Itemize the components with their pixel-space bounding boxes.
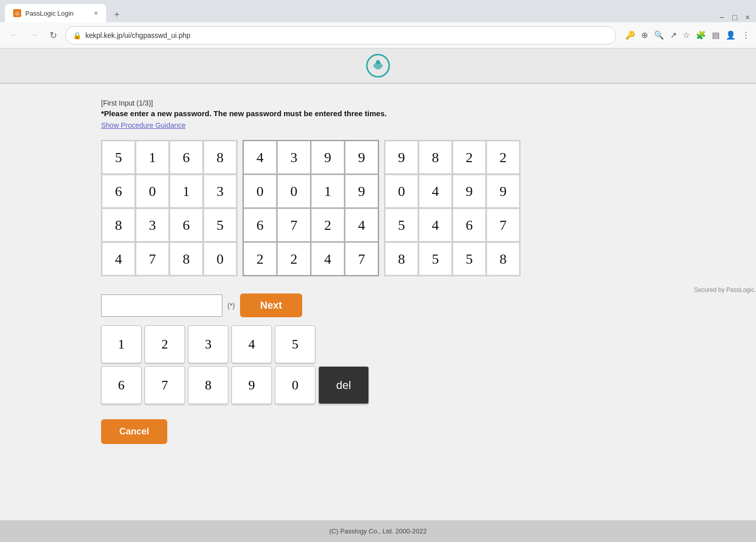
footer-text: (C) Passlogy Co., Ltd. 2000-2022 [329, 527, 427, 535]
step-label: [First Input (1/3)] [101, 99, 756, 107]
grid-cell[interactable]: 9 [487, 175, 519, 208]
grid-cell[interactable]: 2 [487, 141, 519, 174]
share-icon[interactable]: ↗ [670, 30, 677, 40]
grid-cell[interactable]: 6 [170, 209, 203, 241]
grid-cell[interactable]: 6 [102, 175, 135, 208]
page-footer: (C) Passlogy Co., Ltd. 2000-2022 [0, 520, 756, 542]
translate-icon[interactable]: ⊕ [641, 30, 648, 40]
grid-cell[interactable]: 8 [385, 242, 418, 275]
grid-cell[interactable]: 4 [419, 175, 452, 208]
tab-close-button[interactable]: × [94, 9, 98, 17]
grid-cell[interactable]: 9 [385, 141, 418, 174]
zoom-icon[interactable]: 🔍 [654, 30, 664, 40]
numpad-row-1: 12345 [101, 325, 756, 363]
grid-cell[interactable]: 5 [102, 141, 135, 174]
grid-cell[interactable]: 3 [136, 209, 169, 241]
active-tab[interactable]: PassLogic Login × [5, 4, 106, 22]
input-row: (*) Next [101, 293, 756, 317]
grid-cell[interactable]: 6 [453, 209, 486, 241]
grid-cell[interactable]: 2 [311, 209, 344, 241]
profile-icon[interactable]: 👤 [726, 30, 736, 40]
grid-cell[interactable]: 0 [385, 175, 418, 208]
numpad-key-7[interactable]: 7 [145, 366, 185, 404]
grid-cell[interactable]: 6 [170, 141, 203, 174]
grid-cell[interactable]: 9 [453, 175, 486, 208]
tab-title: PassLogic Login [25, 10, 90, 17]
close-icon[interactable]: × [745, 13, 750, 22]
grid-cell[interactable]: 8 [102, 209, 135, 241]
numpad-delete-button[interactable]: del [318, 366, 369, 404]
numpad-key-9[interactable]: 9 [231, 366, 272, 404]
required-mark: (*) [227, 302, 235, 310]
lock-icon: 🔒 [73, 31, 81, 39]
procedure-guidance-link[interactable]: Show Procedure Guidance [101, 121, 185, 129]
grid-cell[interactable]: 4 [419, 209, 452, 241]
back-button[interactable]: ← [6, 28, 21, 42]
menu-icon[interactable]: ⋮ [742, 30, 750, 40]
numpad-key-2[interactable]: 2 [145, 325, 185, 363]
grid-cell[interactable]: 7 [487, 209, 519, 241]
grid-cell[interactable]: 7 [345, 242, 378, 275]
grid-section-3: 9822049954678558 [384, 140, 521, 276]
grid-cell[interactable]: 7 [136, 242, 169, 275]
grid-cell[interactable]: 4 [345, 209, 378, 241]
numpad-row-2: 67890del [101, 366, 756, 404]
grid-cell[interactable]: 2 [453, 141, 486, 174]
numpad-key-4[interactable]: 4 [231, 325, 272, 363]
grid-cell[interactable]: 1 [136, 141, 169, 174]
grid-cell[interactable]: 5 [453, 242, 486, 275]
grid-cell[interactable]: 8 [204, 141, 237, 174]
forward-button[interactable]: → [26, 28, 41, 42]
grid-cell[interactable]: 1 [311, 175, 344, 208]
bookmark-icon[interactable]: ☆ [683, 30, 690, 40]
password-input[interactable] [101, 294, 222, 317]
grid-cell[interactable]: 0 [204, 242, 237, 275]
minimize-icon[interactable]: − [720, 13, 724, 22]
grid-cell[interactable]: 6 [244, 209, 276, 241]
grid-cell[interactable]: 8 [170, 242, 203, 275]
window-controls: − □ × [720, 13, 756, 22]
grid-cell[interactable]: 0 [244, 175, 276, 208]
grid-cell[interactable]: 5 [204, 209, 237, 241]
numpad-key-0[interactable]: 0 [275, 366, 315, 404]
grid-cell[interactable]: 3 [204, 175, 237, 208]
grid-cell[interactable]: 0 [277, 175, 310, 208]
address-bar[interactable]: 🔒 kekpl.kek.jp/ui/chgpasswd_ui.php [65, 26, 616, 44]
grid-cell[interactable]: 3 [277, 141, 310, 174]
grid-cell[interactable]: 5 [419, 242, 452, 275]
next-button[interactable]: Next [240, 293, 302, 317]
key-icon[interactable]: 🔑 [625, 30, 635, 40]
grid-cell[interactable]: 5 [385, 209, 418, 241]
cancel-button[interactable]: Cancel [101, 419, 167, 444]
grid-cell[interactable]: 9 [345, 141, 378, 174]
numpad: 12345 67890del [101, 325, 756, 404]
grid-cell[interactable]: 4 [102, 242, 135, 275]
page-header [0, 48, 756, 84]
reload-button[interactable]: ↻ [46, 28, 60, 43]
numpad-key-5[interactable]: 5 [275, 325, 315, 363]
grid-section-2: 4399001967242247 [243, 140, 379, 276]
tab-favicon [13, 9, 21, 17]
grid-cell[interactable]: 8 [487, 242, 519, 275]
numpad-key-6[interactable]: 6 [101, 366, 141, 404]
numpad-key-3[interactable]: 3 [188, 325, 228, 363]
grid-cell[interactable]: 0 [136, 175, 169, 208]
sidebar-icon[interactable]: ▤ [712, 30, 720, 40]
grid-cell[interactable]: 8 [419, 141, 452, 174]
new-tab-button[interactable]: + [110, 8, 124, 22]
grid-cell[interactable]: 9 [345, 175, 378, 208]
grid-cell[interactable]: 2 [244, 242, 276, 275]
browser-chrome: PassLogic Login × + − □ × ← → ↻ 🔒 kekpl.… [0, 0, 756, 48]
grid-cell[interactable]: 7 [277, 209, 310, 241]
passlogic-logo [365, 53, 391, 78]
grid-cell[interactable]: 4 [311, 242, 344, 275]
svg-point-1 [376, 60, 380, 64]
numpad-key-8[interactable]: 8 [188, 366, 228, 404]
grid-cell[interactable]: 1 [170, 175, 203, 208]
maximize-icon[interactable]: □ [732, 13, 737, 22]
grid-cell[interactable]: 2 [277, 242, 310, 275]
grid-cell[interactable]: 9 [311, 141, 344, 174]
extension-icon[interactable]: 🧩 [696, 30, 706, 40]
grid-cell[interactable]: 4 [244, 141, 276, 174]
numpad-key-1[interactable]: 1 [101, 325, 141, 363]
